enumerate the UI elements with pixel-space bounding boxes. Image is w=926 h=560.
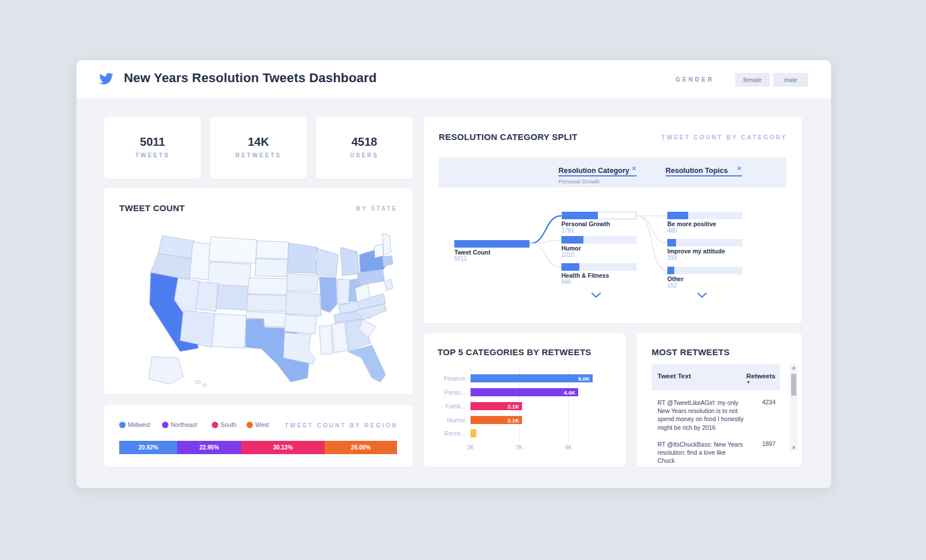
scroll-up-icon[interactable]: ∧ xyxy=(790,366,798,371)
table-scrollbar[interactable]: ∧ ∨ xyxy=(790,364,798,451)
tree-node-personal-growth[interactable]: Personal Growth 1781 xyxy=(561,212,638,234)
bar-label-humor: Humor xyxy=(425,417,465,423)
state-utah[interactable] xyxy=(196,282,218,311)
state-arizona[interactable] xyxy=(180,311,215,348)
state-arkansas[interactable] xyxy=(285,315,317,334)
tree-node-label: Improve my attitude xyxy=(667,248,744,255)
tree-node-other[interactable]: Other 152 xyxy=(667,267,744,289)
legend-south[interactable]: South xyxy=(212,421,236,428)
state-new-mexico[interactable] xyxy=(212,314,247,348)
resolution-split-panel: RESOLUTION CATEGORY SPLIT TWEET COUNT BY… xyxy=(424,117,802,323)
tree-bar xyxy=(667,267,743,274)
bar-family[interactable]: 2.1K xyxy=(471,402,522,410)
state-iowa[interactable] xyxy=(286,274,318,292)
state-indiana[interactable] xyxy=(337,279,350,304)
most-retweets-panel: MOST RETWEETS Tweet Text Retweets ▼ RT @… xyxy=(637,333,802,467)
state-new-jersey-delaware[interactable] xyxy=(384,279,393,290)
segment-south[interactable]: 30.13% xyxy=(241,441,325,454)
tree-node-humor[interactable]: Humor 1010 xyxy=(561,236,638,258)
tree-root-label: Tweet Count xyxy=(454,249,531,256)
map-panel-subtitle: BY STATE xyxy=(356,205,398,212)
state-mississippi[interactable] xyxy=(319,325,333,355)
state-massachusetts-connecticut[interactable] xyxy=(383,256,393,266)
state-maine[interactable] xyxy=(383,234,391,255)
state-colorado[interactable] xyxy=(216,285,252,311)
state-wisconsin[interactable] xyxy=(316,248,338,277)
tweet-row-text: RT @ItsChuckBass: New Years resolution: … xyxy=(657,440,744,465)
tree-node-label: Humor xyxy=(561,245,638,252)
tree-node-improve-attitude[interactable]: Improve my attitude 193 xyxy=(667,239,744,261)
expand-level2-chevron-down-icon[interactable] xyxy=(697,292,707,299)
legend-northeast[interactable]: Northeast xyxy=(162,421,197,428)
us-choropleth-map[interactable] xyxy=(117,226,399,390)
tree-node-value: 840 xyxy=(561,279,638,285)
tweets-label: TWEETS xyxy=(104,152,201,159)
state-alabama[interactable] xyxy=(332,322,347,353)
column-retweets-sorted[interactable]: Retweets ▼ xyxy=(747,373,776,384)
tree-node-label: Be more positive xyxy=(667,220,744,227)
region-panel: Midwest Northeast South West TWEET COUNT… xyxy=(104,405,413,467)
tree-bar xyxy=(561,212,637,219)
state-missouri[interactable] xyxy=(285,292,321,316)
state-minnesota[interactable] xyxy=(288,243,319,274)
gender-female-button[interactable]: female xyxy=(735,73,770,87)
scrollbar-thumb[interactable] xyxy=(791,374,796,396)
bar-label-recreation: Recre... xyxy=(425,430,465,437)
state-nebraska[interactable] xyxy=(248,278,289,294)
state-illinois[interactable] xyxy=(319,277,337,312)
gender-male-button[interactable]: male xyxy=(773,73,808,87)
bar-value-label: 2.1K xyxy=(508,403,519,410)
tree-bar xyxy=(561,236,637,244)
state-hawaii[interactable] xyxy=(196,381,201,384)
tree-node-label: Personal Growth xyxy=(561,220,638,227)
bar-personal[interactable]: 4.4K xyxy=(471,388,578,396)
tree-node-root[interactable]: Tweet Count 5011 xyxy=(454,240,531,262)
segment-northeast[interactable]: 22.95% xyxy=(177,441,241,454)
tweets-count: 5011 xyxy=(104,135,201,149)
expand-level1-chevron-down-icon[interactable] xyxy=(591,292,601,299)
sort-descending-icon: ▼ xyxy=(747,380,776,384)
tweet-row-retweets: 4234 xyxy=(762,399,776,406)
segment-west[interactable]: 26.00% xyxy=(325,441,397,454)
scroll-down-icon[interactable]: ∨ xyxy=(790,445,798,450)
state-north-dakota[interactable] xyxy=(256,241,288,259)
tree-node-health-fitness[interactable]: Health & Fitness 840 xyxy=(561,263,638,285)
bar-value-label: 5.0K xyxy=(578,375,590,382)
south-dot-icon xyxy=(212,422,218,428)
tree-node-value: 1010 xyxy=(561,252,638,258)
state-idaho[interactable] xyxy=(190,242,211,280)
stat-card-users: 4518 USERS xyxy=(316,117,413,179)
legend-west[interactable]: West xyxy=(247,421,269,428)
map-panel-title: TWEET COUNT xyxy=(119,203,185,213)
bar-value-label: 2.1K xyxy=(508,417,519,423)
bar-label-family: Famil... xyxy=(425,403,465,410)
bar-humor[interactable]: 2.1K xyxy=(471,416,522,424)
bar-finance[interactable]: 5.0K xyxy=(471,374,593,382)
tree-root-bar xyxy=(454,240,530,248)
xtick-0k: 0K xyxy=(467,444,474,451)
state-alaska[interactable] xyxy=(149,357,183,384)
tree-node-be-more-positive[interactable]: Be more positive 485 xyxy=(667,212,744,234)
users-label: USERS xyxy=(316,152,413,159)
state-south-dakota[interactable] xyxy=(255,259,288,277)
bar-label-finance: Finance xyxy=(425,375,465,382)
segment-midwest[interactable]: 20.92% xyxy=(119,441,177,454)
legend-midwest[interactable]: Midwest xyxy=(119,421,150,428)
tree-node-value: 193 xyxy=(667,255,744,261)
column-tweet-text[interactable]: Tweet Text xyxy=(657,373,691,380)
state-michigan[interactable] xyxy=(340,247,359,275)
state-vermont-new-hampshire[interactable] xyxy=(374,244,383,258)
tree-node-value: 152 xyxy=(667,282,744,289)
northeast-dot-icon xyxy=(162,422,168,428)
state-florida[interactable] xyxy=(348,345,386,382)
column-retweets-label: Retweets xyxy=(747,373,776,380)
retweets-table-header[interactable]: Tweet Text Retweets ▼ xyxy=(652,364,780,390)
tweet-row-retweets: 1897 xyxy=(762,440,776,447)
state-kansas[interactable] xyxy=(247,294,290,311)
state-hawaii-2[interactable] xyxy=(203,384,207,387)
bar-value-label: 4.4K xyxy=(564,389,575,396)
region-stacked-bar: 20.92% 22.95% 30.13% 26.00% xyxy=(119,441,397,454)
state-montana[interactable] xyxy=(208,237,257,263)
bar-recreation[interactable] xyxy=(471,429,476,437)
bar-label-personal: Perso... xyxy=(425,389,465,396)
